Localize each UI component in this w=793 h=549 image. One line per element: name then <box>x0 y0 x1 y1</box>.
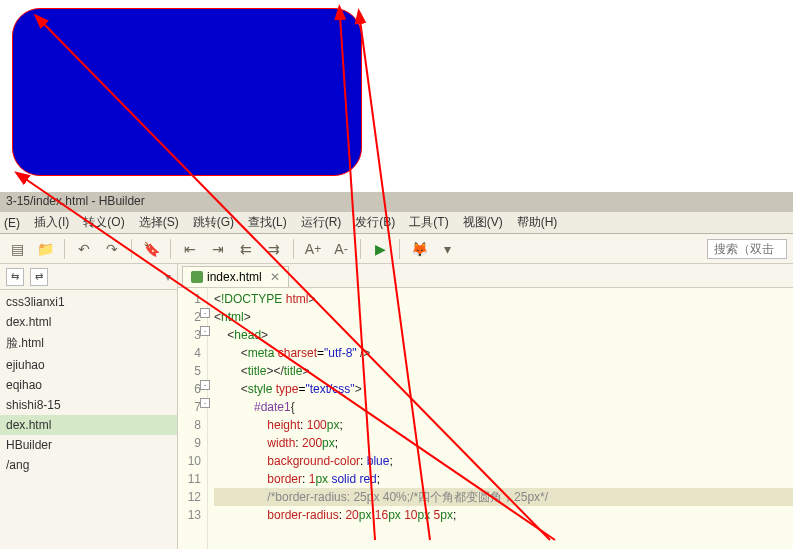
code-line[interactable]: /*border-radius: 25px 40%;/*四个角都变圆角，25px… <box>214 488 793 506</box>
tree-item[interactable]: /ang <box>0 455 177 475</box>
fold-icon[interactable]: - <box>200 308 210 318</box>
fold-icon[interactable]: - <box>200 380 210 390</box>
code-area[interactable]: <!DOCTYPE html><html>- <head>- <meta cha… <box>208 288 793 549</box>
html-file-icon <box>191 271 203 283</box>
code-line[interactable]: <!DOCTYPE html> <box>214 290 793 308</box>
fold-icon[interactable]: - <box>200 398 210 408</box>
search-input[interactable] <box>707 239 787 259</box>
menu-item[interactable]: 发行(B) <box>355 214 395 231</box>
code-line[interactable]: #date1{- <box>214 398 793 416</box>
run-icon[interactable]: ▶ <box>369 238 391 260</box>
code-editor[interactable]: 12345678910111213 <!DOCTYPE html><html>-… <box>178 288 793 549</box>
code-line[interactable]: height: 100px; <box>214 416 793 434</box>
editor-tab-bar: index.html ✕ <box>178 264 793 288</box>
file-tree: css3lianxi1dex.html脸.htmlejiuhaoeqihaosh… <box>0 290 177 477</box>
menu-bar: (E)插入(I)转义(O)选择(S)跳转(G)查找(L)运行(R)发行(B)工具… <box>0 212 793 234</box>
indent2-icon[interactable]: ⇉ <box>263 238 285 260</box>
menu-item[interactable]: 转义(O) <box>83 214 124 231</box>
link-editor-icon[interactable]: ⇄ <box>30 268 48 286</box>
menu-item[interactable]: 查找(L) <box>248 214 287 231</box>
rendered-box <box>12 8 362 176</box>
sidebar-toolbar: ⇆ ⇄ ▾ <box>0 264 177 290</box>
editor-pane: index.html ✕ 12345678910111213 <!DOCTYPE… <box>178 264 793 549</box>
tree-item[interactable]: eqihao <box>0 375 177 395</box>
menu-item[interactable]: 插入(I) <box>34 214 69 231</box>
main-area: ⇆ ⇄ ▾ css3lianxi1dex.html脸.htmlejiuhaoeq… <box>0 264 793 549</box>
tree-item[interactable]: dex.html <box>0 415 177 435</box>
code-line[interactable]: background-color: blue; <box>214 452 793 470</box>
menu-item[interactable]: (E) <box>4 216 20 230</box>
menu-item[interactable]: 跳转(G) <box>193 214 234 231</box>
fold-icon[interactable]: - <box>200 326 210 336</box>
menu-item[interactable]: 帮助(H) <box>517 214 558 231</box>
collapse-icon[interactable]: ⇆ <box>6 268 24 286</box>
window-title-bar: 3-15/index.html - HBuilder <box>0 192 793 212</box>
font-increase-icon[interactable]: A+ <box>302 238 324 260</box>
code-line[interactable]: <head>- <box>214 326 793 344</box>
font-decrease-icon[interactable]: A- <box>330 238 352 260</box>
separator <box>399 239 400 259</box>
bookmark-icon[interactable]: 🔖 <box>140 238 162 260</box>
preview-area <box>0 0 793 192</box>
code-line[interactable]: border: 1px solid red; <box>214 470 793 488</box>
code-line[interactable]: <style type="text/css">- <box>214 380 793 398</box>
menu-item[interactable]: 选择(S) <box>139 214 179 231</box>
outdent2-icon[interactable]: ⇇ <box>235 238 257 260</box>
menu-item[interactable]: 视图(V) <box>463 214 503 231</box>
close-icon[interactable]: ✕ <box>270 270 280 284</box>
tree-item[interactable]: HBuilder <box>0 435 177 455</box>
tree-item[interactable]: ejiuhao <box>0 355 177 375</box>
tree-item[interactable]: shishi8-15 <box>0 395 177 415</box>
window-title: 3-15/index.html - HBuilder <box>6 194 145 208</box>
project-sidebar: ⇆ ⇄ ▾ css3lianxi1dex.html脸.htmlejiuhaoeq… <box>0 264 178 549</box>
code-line[interactable]: width: 200px; <box>214 434 793 452</box>
tree-item[interactable]: dex.html <box>0 312 177 332</box>
outdent-icon[interactable]: ⇤ <box>179 238 201 260</box>
code-line[interactable]: border-radius: 20px 16px 10px 5px; <box>214 506 793 524</box>
main-toolbar: ▤ 📁 ↶ ↷ 🔖 ⇤ ⇥ ⇇ ⇉ A+ A- ▶ 🦊 ▾ <box>0 234 793 264</box>
redo-icon[interactable]: ↷ <box>101 238 123 260</box>
separator <box>293 239 294 259</box>
menu-item[interactable]: 工具(T) <box>409 214 448 231</box>
open-file-icon[interactable]: 📁 <box>34 238 56 260</box>
sidebar-menu-icon[interactable]: ▾ <box>165 270 171 284</box>
menu-item[interactable]: 运行(R) <box>301 214 342 231</box>
tab-label: index.html <box>207 270 262 284</box>
indent-icon[interactable]: ⇥ <box>207 238 229 260</box>
separator <box>360 239 361 259</box>
tree-item[interactable]: css3lianxi1 <box>0 292 177 312</box>
chrome-dropdown-icon[interactable]: ▾ <box>436 238 458 260</box>
firefox-icon[interactable]: 🦊 <box>408 238 430 260</box>
tree-item[interactable]: 脸.html <box>0 332 177 355</box>
separator <box>170 239 171 259</box>
separator <box>131 239 132 259</box>
code-line[interactable]: <html>- <box>214 308 793 326</box>
tab-index-html[interactable]: index.html ✕ <box>182 266 289 287</box>
separator <box>64 239 65 259</box>
undo-icon[interactable]: ↶ <box>73 238 95 260</box>
code-line[interactable]: <meta charset="utf-8" /> <box>214 344 793 362</box>
new-file-icon[interactable]: ▤ <box>6 238 28 260</box>
code-line[interactable]: <title></title> <box>214 362 793 380</box>
